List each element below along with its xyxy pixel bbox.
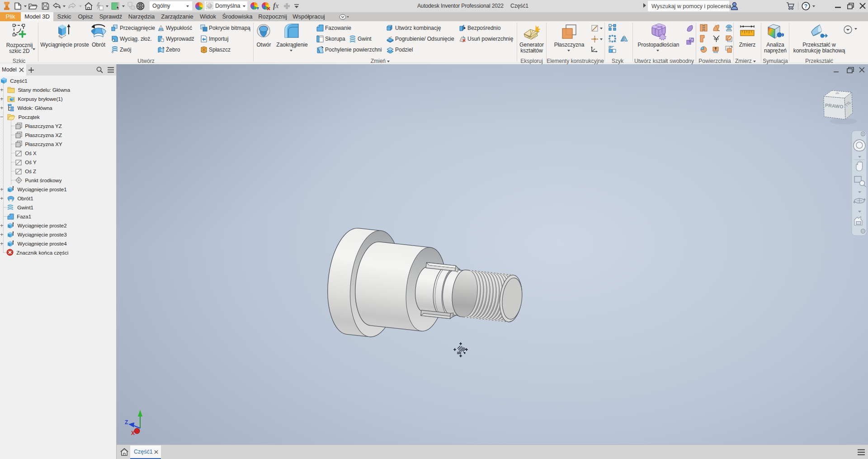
svg-text:Z: Z <box>125 419 128 426</box>
svg-text:X: X <box>131 430 135 436</box>
svg-text:?: ? <box>804 3 807 9</box>
